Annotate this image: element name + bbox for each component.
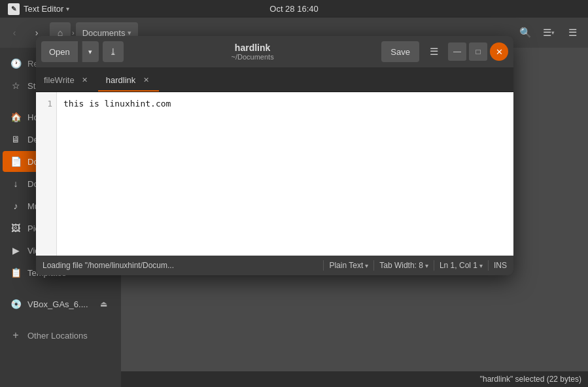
tab-close-icon: ✕ [143,76,149,84]
eject-icon: ⏏ [100,299,107,309]
gedit-header: Open ▾ ⤓ hardlink ~/Documents Save ☰ — □… [36,36,513,67]
gedit-tabs: fileWrite ✕ hardlink ✕ [36,67,513,92]
line-number-1: 1 [47,97,52,110]
sidebar-item-other-locations[interactable]: + Other Locations [3,325,118,346]
status-divider-4 [488,260,489,271]
tab-hardlink[interactable]: hardlink ✕ [98,69,160,92]
tab-close-icon: ✕ [82,76,88,84]
recent-icon: 🕐 [10,58,21,69]
save-to-icon: ⤓ [109,46,117,57]
header-actions: 🔍 ☰ ▾ ☰ [515,22,583,43]
language-arrow-icon: ▾ [365,262,368,269]
tab-width-arrow-icon: ▾ [425,262,428,269]
other-locations-label: Other Locations [27,331,88,341]
save-button[interactable]: Save [381,41,419,62]
close-button[interactable]: ✕ [490,42,508,61]
gedit-menu-icon: ☰ [430,46,438,58]
minimize-button[interactable]: — [448,42,466,61]
tab-filewrite[interactable]: fileWrite ✕ [36,69,98,92]
app-icon: ✎ [8,3,20,15]
status-divider-2 [373,260,374,271]
status-divider-1 [323,260,324,271]
gedit-window-title: hardlink [235,42,270,53]
loading-status-text: Loading file "/home/linuxhint/Docum... [43,261,318,270]
videos-icon: ▶ [10,245,21,256]
starred-icon: ☆ [10,80,21,91]
tab-hardlink-label: hardlink [106,75,136,85]
music-icon: ♪ [10,201,21,211]
list-view-icon: ☰ [543,27,551,39]
menu-icon: ☰ [568,27,577,39]
tab-width-selector[interactable]: Tab Width: 8 ▾ [379,261,428,270]
app-title-arrow-icon: ▾ [66,5,69,12]
gedit-window-subtitle: ~/Documents [232,53,274,61]
documents-icon: 📄 [10,156,21,167]
gedit-statusbar: Loading file "/home/linuxhint/Docum... P… [36,256,513,275]
line-numbers: 1 [36,92,57,256]
tab-filewrite-close-button[interactable]: ✕ [80,75,90,85]
status-divider-3 [434,260,434,271]
list-view-arrow-icon: ▾ [551,29,555,36]
close-icon: ✕ [496,47,503,57]
tab-hardlink-close-button[interactable]: ✕ [141,75,151,85]
home-folder-icon: 🏠 [10,112,21,122]
language-selector[interactable]: Plain Text ▾ [329,261,368,270]
sidebar-item-vbox[interactable]: 💿 VBox_GAs_6.... ⏏ [3,294,118,314]
app-title-label[interactable]: Text Editor ▾ [24,4,69,14]
vbox-eject-button[interactable]: ⏏ [96,297,111,311]
minimize-icon: — [453,47,461,56]
vbox-icon: 💿 [10,299,21,309]
language-label: Plain Text [329,261,363,270]
menu-button[interactable]: ☰ [562,22,583,43]
vbox-label: VBox_GAs_6.... [27,299,88,309]
system-bar: ✎ Text Editor ▾ Oct 28 16:40 [0,0,588,18]
search-button[interactable]: 🔍 [515,22,536,43]
templates-icon: 📋 [10,267,21,278]
open-dropdown-button[interactable]: ▾ [82,41,99,62]
system-datetime: Oct 28 16:40 [269,4,318,14]
search-icon: 🔍 [519,27,532,39]
window-controls: — □ ✕ [448,42,508,61]
open-button[interactable]: Open [41,41,78,62]
save-to-button[interactable]: ⤓ [103,41,124,62]
add-location-icon: + [10,329,21,341]
gedit-title-area: hardlink ~/Documents [128,42,378,61]
nautilus-status-bar: "hardlink" selected (22 bytes) [121,371,588,387]
gedit-window: Open ▾ ⤓ hardlink ~/Documents Save ☰ — □… [36,36,513,275]
gedit-menu-button[interactable]: ☰ [423,41,444,62]
maximize-icon: □ [476,47,480,56]
desktop-icon: 🖥 [10,134,21,144]
editor-mode-label: INS [494,261,507,270]
cursor-arrow-icon: ▾ [479,262,483,269]
list-view-button[interactable]: ☰ ▾ [538,22,559,43]
tab-filewrite-label: fileWrite [44,75,75,85]
cursor-position[interactable]: Ln 1, Col 1 ▾ [440,261,483,270]
tab-width-label: Tab Width: 8 [379,261,423,270]
cursor-pos-label: Ln 1, Col 1 [440,261,477,270]
downloads-icon: ↓ [10,178,21,189]
back-button[interactable]: ‹ [5,24,24,42]
maximize-button[interactable]: □ [469,42,487,61]
pictures-icon: 🖼 [10,223,21,233]
gedit-editor[interactable]: 1 this is linuxhint.com [36,92,513,256]
editor-content[interactable]: this is linuxhint.com [57,92,513,256]
selected-status-text: "hardlink" selected (22 bytes) [480,375,581,384]
system-bar-left: ✎ Text Editor ▾ [8,3,69,15]
open-dropdown-arrow-icon: ▾ [88,48,92,56]
